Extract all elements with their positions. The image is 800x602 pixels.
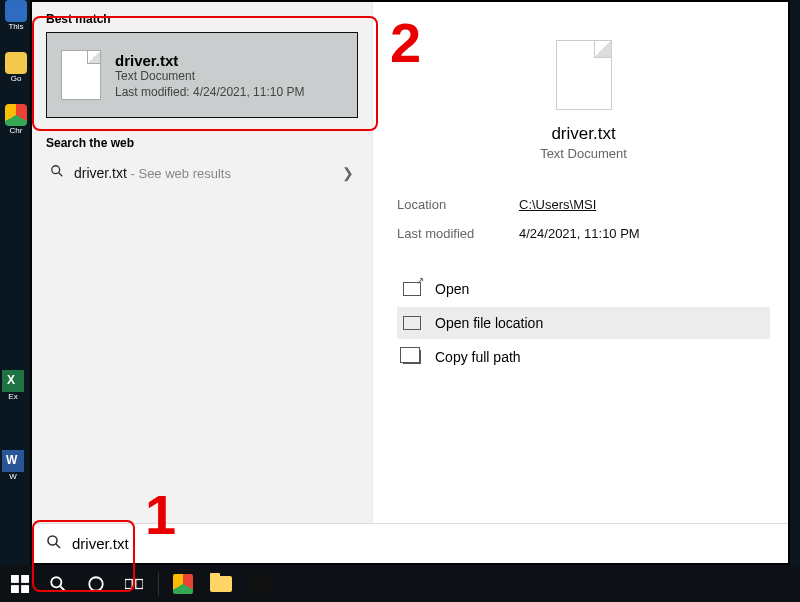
action-open[interactable]: Open <box>397 273 770 305</box>
action-open-location[interactable]: Open file location <box>397 307 770 339</box>
svg-rect-7 <box>21 585 29 593</box>
svg-point-0 <box>52 166 60 174</box>
meta-location-label: Location <box>397 197 487 212</box>
annotation-number-1: 1 <box>145 482 176 547</box>
preview-name: driver.txt <box>397 124 770 144</box>
action-open-location-label: Open file location <box>435 315 543 331</box>
desktop-icon-excel[interactable]: Ex <box>2 370 24 401</box>
web-section-label: Search the web <box>46 136 358 150</box>
svg-line-1 <box>59 173 63 177</box>
action-copy-path-label: Copy full path <box>435 349 521 365</box>
desktop-icon-google[interactable]: Go <box>2 52 30 100</box>
web-search-row[interactable]: driver.txt - See web results ❯ <box>46 156 358 190</box>
meta-location-value[interactable]: C:\Users\MSI <box>519 197 596 212</box>
action-open-label: Open <box>435 281 469 297</box>
svg-rect-5 <box>21 575 29 583</box>
desktop-icons: This Go Chr <box>2 0 32 156</box>
chevron-right-icon: ❯ <box>342 165 354 181</box>
taskbar-explorer[interactable] <box>203 568 239 600</box>
web-hint: - See web results <box>127 166 231 181</box>
taskbar-separator <box>158 572 159 596</box>
desktop-icon-thispc[interactable]: This <box>2 0 30 48</box>
folder-icon <box>403 316 421 330</box>
desktop-icon-word[interactable]: W <box>2 450 24 481</box>
open-icon <box>403 282 421 296</box>
desktop-icon-chrome[interactable]: Chr <box>2 104 30 152</box>
annotation-box-2 <box>32 16 378 131</box>
preview-column: driver.txt Text Document Location C:\Use… <box>373 2 788 523</box>
preview-type: Text Document <box>397 146 770 161</box>
web-term: driver.txt <box>74 165 127 181</box>
action-copy-path[interactable]: Copy full path <box>397 341 770 373</box>
copy-icon <box>403 350 421 364</box>
search-icon <box>50 164 64 182</box>
preview-file-icon <box>556 40 612 110</box>
annotation-number-2: 2 <box>390 10 421 75</box>
taskbar-cmd[interactable] <box>241 568 277 600</box>
meta-modified-label: Last modified <box>397 226 487 241</box>
svg-rect-4 <box>11 575 19 583</box>
taskbar-chrome[interactable] <box>165 568 201 600</box>
search-input[interactable] <box>72 535 774 552</box>
meta-modified-value: 4/24/2021, 11:10 PM <box>519 226 640 241</box>
svg-rect-6 <box>11 585 19 593</box>
annotation-box-1 <box>32 520 135 592</box>
svg-rect-12 <box>136 579 143 588</box>
